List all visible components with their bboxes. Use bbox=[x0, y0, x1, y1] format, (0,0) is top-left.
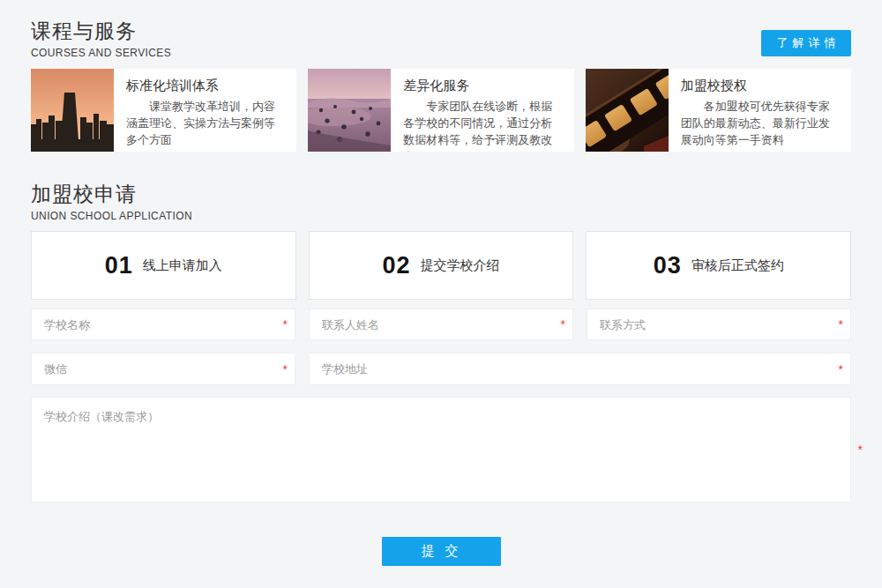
step-label: 审核后正式签约 bbox=[691, 257, 784, 274]
step-label: 提交学校介绍 bbox=[421, 257, 500, 274]
school-name-input[interactable] bbox=[31, 309, 295, 340]
form-row-1: * * * bbox=[31, 309, 851, 340]
application-subtitle: UNION SCHOOL APPLICATION bbox=[31, 209, 192, 223]
courses-section-header: 课程与服务 COURSES AND SERVICES bbox=[31, 18, 171, 60]
card-description: 专家团队在线诊断，根据各学校的不同情况，通过分析数据材料等，给予评测及教改意见 bbox=[403, 98, 561, 152]
step-number: 01 bbox=[105, 252, 133, 279]
card-differentiated-service: 差异化服务 专家团队在线诊断，根据各学校的不同情况，通过分析数据材料等，给予评测… bbox=[308, 69, 573, 152]
school-address-input[interactable] bbox=[309, 353, 851, 385]
card-title: 加盟校授权 bbox=[681, 77, 839, 94]
card-title: 差异化服务 bbox=[403, 77, 561, 94]
form-row-2: * * bbox=[31, 353, 851, 385]
required-marker: * bbox=[839, 317, 843, 331]
application-section-header: 加盟校申请 UNION SCHOOL APPLICATION bbox=[31, 181, 192, 223]
learn-more-button[interactable]: 了解详情 bbox=[761, 30, 851, 56]
field-wechat: * bbox=[31, 353, 295, 385]
card-title: 标准化培训体系 bbox=[126, 77, 284, 94]
step-1-online-apply: 01 线上申请加入 bbox=[31, 231, 296, 300]
courses-title: 课程与服务 bbox=[31, 18, 171, 44]
contact-method-input[interactable] bbox=[587, 309, 851, 340]
wechat-input[interactable] bbox=[31, 353, 295, 385]
step-number: 03 bbox=[654, 252, 682, 279]
step-number: 02 bbox=[382, 252, 410, 279]
city-skyline-sunset-image bbox=[31, 69, 114, 152]
step-label: 线上申请加入 bbox=[143, 257, 222, 274]
film-strip-image bbox=[586, 69, 669, 152]
card-description: 课堂教学改革培训，内容涵盖理论、实操方法与案例等多个方面 bbox=[126, 98, 284, 148]
card-standard-training: 标准化培训体系 课堂教学改革培训，内容涵盖理论、实操方法与案例等多个方面 bbox=[31, 69, 296, 152]
required-marker: * bbox=[283, 317, 288, 331]
application-title: 加盟校申请 bbox=[31, 181, 192, 207]
form-row-3: * bbox=[31, 397, 851, 502]
field-school-intro: * bbox=[31, 397, 851, 502]
card-body: 标准化培训体系 课堂教学改革培训，内容涵盖理论、实操方法与案例等多个方面 bbox=[114, 69, 296, 152]
school-intro-textarea[interactable] bbox=[31, 397, 851, 502]
application-steps-row: 01 线上申请加入 02 提交学校介绍 03 审核后正式签约 bbox=[31, 231, 851, 300]
page: 课程与服务 COURSES AND SERVICES 了解详情 bbox=[0, 0, 882, 588]
required-marker: * bbox=[839, 362, 843, 376]
submit-button[interactable]: 提 交 bbox=[382, 537, 501, 566]
desert-dusk-image bbox=[308, 69, 391, 152]
field-contact-method: * bbox=[587, 309, 851, 340]
required-marker: * bbox=[283, 362, 288, 376]
step-2-submit-intro: 02 提交学校介绍 bbox=[309, 231, 574, 300]
card-body: 加盟校授权 各加盟校可优先获得专家团队的最新动态、最新行业发展动向等第一手资料 bbox=[669, 69, 851, 152]
service-cards-row: 标准化培训体系 课堂教学改革培训，内容涵盖理论、实操方法与案例等多个方面 bbox=[31, 69, 851, 152]
contact-name-input[interactable] bbox=[309, 309, 573, 340]
courses-subtitle: COURSES AND SERVICES bbox=[31, 46, 171, 60]
card-body: 差异化服务 专家团队在线诊断，根据各学校的不同情况，通过分析数据材料等，给予评测… bbox=[391, 69, 573, 152]
card-franchise-authorization: 加盟校授权 各加盟校可优先获得专家团队的最新动态、最新行业发展动向等第一手资料 bbox=[586, 69, 851, 152]
card-description: 各加盟校可优先获得专家团队的最新动态、最新行业发展动向等第一手资料 bbox=[681, 98, 839, 148]
field-contact-name: * bbox=[309, 309, 573, 340]
step-3-sign-contract: 03 审核后正式签约 bbox=[586, 231, 851, 300]
field-school-name: * bbox=[31, 309, 295, 340]
required-marker: * bbox=[561, 317, 565, 331]
required-marker: * bbox=[858, 443, 863, 457]
field-school-address: * bbox=[309, 353, 851, 385]
